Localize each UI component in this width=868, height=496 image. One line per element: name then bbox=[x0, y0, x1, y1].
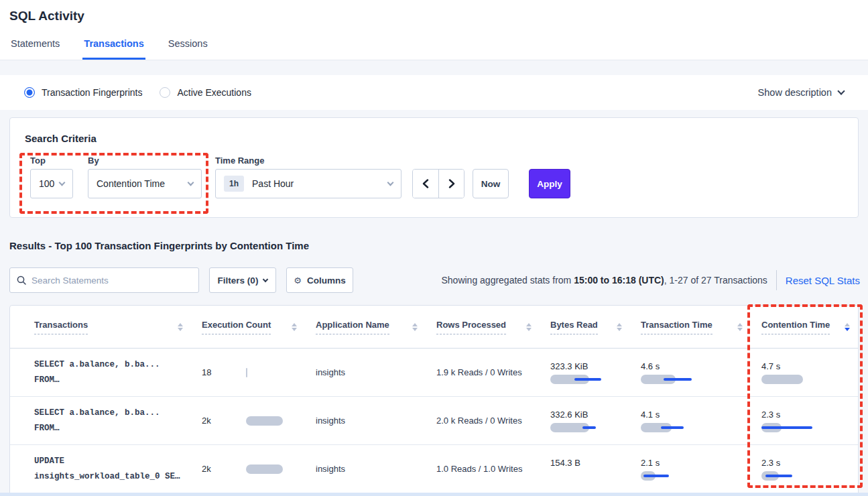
show-description-toggle[interactable]: Show description bbox=[758, 87, 844, 98]
reset-sql-stats-link[interactable]: Reset SQL Stats bbox=[786, 275, 860, 286]
transaction-fingerprint[interactable]: SELECT a.balance, b.ba... FROM… bbox=[34, 357, 202, 388]
application-name-cell: insights bbox=[316, 367, 436, 377]
time-range-pager bbox=[412, 169, 464, 198]
bytes-read-stddev-line bbox=[574, 378, 601, 381]
chevron-right-icon bbox=[448, 179, 455, 188]
rows-processed-cell: 1.0 Reads / 1.0 Writes bbox=[436, 464, 550, 474]
tab-statements[interactable]: Statements bbox=[9, 38, 61, 60]
by-select-value: Contention Time bbox=[97, 178, 165, 189]
radio-unselected-icon bbox=[160, 87, 170, 98]
columns-label: Columns bbox=[307, 275, 346, 286]
time-range-value: Past Hour bbox=[252, 178, 294, 189]
column-header-execution-count[interactable]: Execution Count bbox=[202, 320, 316, 334]
sort-icon[interactable] bbox=[617, 323, 622, 331]
application-name-cell: insights bbox=[316, 416, 436, 426]
search-statements-box bbox=[9, 267, 199, 293]
transaction-fingerprint[interactable]: UPDATE insights_workload_table_0 SE… bbox=[34, 454, 202, 485]
vertical-divider bbox=[776, 270, 777, 290]
execution-count-bar bbox=[246, 368, 247, 377]
time-range-label: Time Range bbox=[215, 156, 264, 166]
contention-time-cell: 2.3 s bbox=[761, 410, 858, 432]
bytes-read-stddev-line bbox=[582, 426, 596, 429]
radio-active-executions[interactable]: Active Executions bbox=[160, 87, 251, 98]
column-header-rows-processed[interactable]: Rows Processed bbox=[436, 320, 550, 334]
gear-icon: ⚙ bbox=[294, 275, 302, 286]
execution-count-cell: 18 bbox=[202, 367, 316, 377]
time-range-badge: 1h bbox=[224, 176, 244, 192]
top-label: Top bbox=[30, 156, 46, 166]
filters-label: Filters (0) bbox=[218, 275, 259, 286]
column-header-application-name[interactable]: Application Name bbox=[316, 320, 436, 334]
columns-button[interactable]: ⚙ Columns bbox=[286, 267, 353, 293]
filters-button[interactable]: Filters (0) bbox=[209, 267, 276, 293]
contention-time-bar bbox=[761, 375, 803, 384]
by-select[interactable]: Contention Time bbox=[88, 169, 202, 198]
chevron-down-icon bbox=[59, 179, 66, 186]
sort-icon-active-desc[interactable] bbox=[845, 323, 850, 331]
table-header-row: Transactions Execution Count Application… bbox=[10, 306, 858, 349]
by-label: By bbox=[88, 156, 99, 166]
contention-time-cell: 2.3 s bbox=[761, 458, 858, 481]
transaction-time-cell: 4.6 s bbox=[641, 361, 761, 384]
search-criteria-panel: Search Criteria Top By Time Range 100 Co… bbox=[9, 117, 859, 218]
next-time-range-button[interactable] bbox=[438, 170, 464, 198]
tab-sessions[interactable]: Sessions bbox=[167, 38, 209, 60]
table-row[interactable]: UPDATE insights_workload_table_0 SE… 2k … bbox=[10, 445, 858, 493]
contention-time-stddev-line bbox=[761, 426, 812, 429]
time-range-select[interactable]: 1h Past Hour bbox=[215, 169, 401, 198]
rows-processed-cell: 1.9 k Reads / 0 Writes bbox=[436, 367, 550, 377]
chevron-down-icon bbox=[263, 276, 268, 282]
chevron-down-icon bbox=[387, 179, 394, 186]
sort-icon[interactable] bbox=[737, 323, 743, 331]
tab-transactions[interactable]: Transactions bbox=[82, 38, 145, 60]
transaction-time-stddev-line bbox=[643, 475, 669, 477]
sort-icon[interactable] bbox=[412, 323, 418, 331]
results-heading: Results - Top 100 Transaction Fingerprin… bbox=[9, 240, 309, 251]
radio-label: Transaction Fingerprints bbox=[42, 87, 142, 98]
radio-selected-icon bbox=[24, 87, 35, 98]
transaction-time-cell: 2.1 s bbox=[641, 458, 761, 481]
apply-button[interactable]: Apply bbox=[529, 169, 570, 198]
application-name-cell: insights bbox=[316, 464, 436, 474]
radio-transaction-fingerprints[interactable]: Transaction Fingerprints bbox=[24, 87, 142, 98]
sort-icon[interactable] bbox=[292, 323, 297, 331]
page-title: SQL Activity bbox=[9, 9, 84, 23]
tab-bar: Statements Transactions Sessions bbox=[9, 38, 209, 60]
table-row[interactable]: SELECT a.balance, b.ba... FROM… 18 insig… bbox=[10, 349, 858, 397]
column-header-transaction-time[interactable]: Transaction Time bbox=[641, 320, 761, 334]
sort-icon[interactable] bbox=[526, 323, 532, 331]
show-description-label: Show description bbox=[758, 87, 832, 98]
page-header: SQL Activity Statements Transactions Ses… bbox=[0, 0, 868, 60]
bytes-read-cell: 154.3 B bbox=[550, 458, 641, 481]
execution-count-cell: 2k bbox=[202, 416, 316, 426]
contention-time-cell: 4.7 s bbox=[761, 361, 858, 384]
now-button[interactable]: Now bbox=[473, 169, 509, 198]
sort-icon[interactable] bbox=[178, 323, 183, 331]
execution-count-bar bbox=[246, 416, 283, 426]
chevron-left-icon bbox=[422, 179, 429, 188]
execution-count-bar bbox=[246, 464, 283, 474]
previous-time-range-button[interactable] bbox=[413, 170, 438, 198]
top-select[interactable]: 100 bbox=[30, 169, 73, 198]
search-statements-input[interactable] bbox=[32, 275, 192, 286]
bottom-strip bbox=[0, 493, 868, 496]
stats-cluster: Showing aggregated stats from 15:00 to 1… bbox=[441, 267, 860, 293]
view-toggle-bar: Transaction Fingerprints Active Executio… bbox=[0, 75, 868, 110]
search-criteria-heading: Search Criteria bbox=[25, 133, 97, 144]
transaction-time-cell: 4.1 s bbox=[641, 410, 761, 432]
bytes-read-cell: 323.3 KiB bbox=[550, 361, 641, 384]
execution-count-cell: 2k bbox=[202, 464, 316, 474]
column-header-contention-time[interactable]: Contention Time bbox=[761, 320, 858, 334]
transaction-time-stddev-line bbox=[664, 378, 692, 381]
chevron-down-icon bbox=[188, 179, 194, 186]
contention-time-stddev-line bbox=[765, 475, 792, 477]
table-row[interactable]: SELECT a.balance, b.ba... FROM… 2k insig… bbox=[10, 397, 858, 445]
column-header-bytes-read[interactable]: Bytes Read bbox=[550, 320, 641, 334]
aggregated-stats-text: Showing aggregated stats from 15:00 to 1… bbox=[441, 275, 767, 286]
search-icon bbox=[17, 275, 26, 285]
transaction-fingerprint[interactable]: SELECT a.balance, b.ba... FROM… bbox=[34, 406, 202, 436]
transactions-table: Transactions Execution Count Application… bbox=[9, 305, 859, 496]
transaction-time-stddev-line bbox=[661, 426, 684, 429]
column-header-transactions[interactable]: Transactions bbox=[34, 320, 202, 334]
results-toolbar: Filters (0) ⚙ Columns Showing aggregated… bbox=[0, 267, 868, 293]
